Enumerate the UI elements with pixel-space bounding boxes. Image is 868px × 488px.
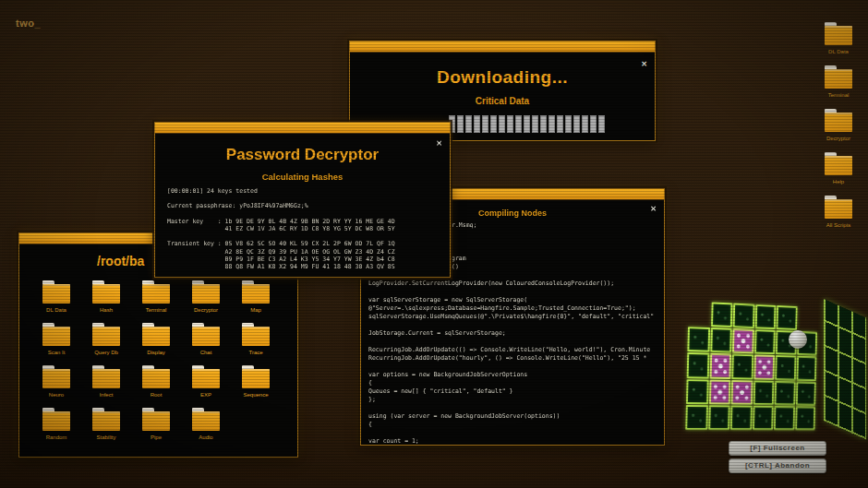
close-icon[interactable]: ✕ [436, 140, 442, 148]
desktop-icon[interactable]: Help [813, 156, 864, 184]
cube-cell [708, 405, 730, 430]
cube-cell-infected [731, 380, 753, 405]
downloading-subtitle: Critical Data [350, 96, 655, 106]
cube-cell [731, 354, 753, 379]
window-password-decryptor: Password Decryptor Calculating Hashes ✕ … [154, 122, 451, 278]
cube-cell [686, 379, 708, 404]
cube-cell [795, 406, 815, 430]
close-icon[interactable]: ✕ [650, 206, 657, 213]
folder-label: Decryptor [813, 136, 864, 141]
folder-label: Trace [230, 350, 282, 355]
abandon-button[interactable]: [CTRL] Abandon [729, 458, 826, 473]
folder-label: All Scripts [813, 222, 864, 228]
cube-cell [710, 327, 732, 353]
folder-label: EXP [180, 392, 232, 398]
cube-cell-infected [709, 353, 731, 378]
folder-icon [92, 327, 120, 346]
progress-segment [515, 115, 522, 133]
folder-label: DL Data [30, 307, 82, 313]
progress-segment [465, 115, 472, 133]
progress-segment [532, 115, 538, 133]
folder-icon [192, 284, 220, 304]
folder-label: Scan It [30, 350, 82, 355]
folder-icon [142, 411, 170, 431]
folder-label: Pipe [130, 434, 182, 440]
folder-icon [42, 327, 70, 346]
folder-icon [825, 69, 852, 89]
download-progress-bar [449, 115, 605, 133]
folder-item[interactable]: DL Data [42, 284, 70, 315]
progress-segment [549, 115, 555, 133]
progress-segment [457, 115, 464, 133]
desktop-icon[interactable]: DL Data [813, 26, 864, 54]
desktop-icon[interactable]: Decryptor [813, 113, 864, 141]
folder-icon [142, 284, 170, 304]
folder-item[interactable]: Trace [242, 327, 270, 357]
folder-item[interactable]: Audio [192, 411, 220, 442]
folder-icon [242, 284, 270, 304]
progress-segment [573, 115, 580, 133]
progress-segment [582, 115, 588, 133]
folder-label: Query Db [80, 350, 132, 355]
cube-cell [796, 356, 816, 381]
folder-item[interactable]: Display [142, 327, 170, 357]
folder-icon [42, 284, 70, 304]
cube-cell [775, 355, 796, 380]
folder-label: Hash [80, 307, 132, 313]
folder-item[interactable]: Chat [192, 327, 220, 357]
folder-item[interactable]: Infect [92, 369, 120, 399]
folder-item[interactable]: Decryptor [192, 284, 220, 315]
folder-icon [92, 284, 120, 304]
folder-item[interactable]: Sequence [242, 369, 270, 399]
decryptor-titlebar[interactable] [155, 123, 450, 134]
folder-icon [92, 411, 120, 431]
folder-label: Sequence [230, 392, 282, 398]
folder-item[interactable]: EXP [192, 369, 220, 399]
folder-label: Map [230, 307, 282, 313]
cube-cell [733, 304, 754, 329]
folder-label: Display [130, 350, 182, 355]
folder-item[interactable]: Stability [92, 411, 120, 442]
cube-cell-infected [732, 328, 753, 353]
folder-icon [242, 369, 270, 388]
folder-label: Root [130, 392, 182, 398]
progress-segment [590, 115, 597, 133]
folder-item[interactable]: Root [142, 369, 170, 399]
folder-item[interactable]: Neuro [42, 369, 70, 399]
folder-icon [192, 411, 220, 431]
cube-cell [753, 380, 774, 405]
folder-icon [142, 369, 170, 388]
progress-segment [557, 115, 563, 133]
folder-item[interactable]: Scan It [42, 327, 70, 357]
file-browser-title: /root/ba [97, 254, 144, 268]
folder-icon [825, 26, 852, 45]
downloading-titlebar[interactable] [350, 42, 655, 53]
folder-item[interactable]: Map [242, 284, 270, 315]
folder-icon [192, 369, 220, 388]
folder-label: DL Data [813, 49, 864, 54]
progress-segment [598, 115, 605, 133]
terminal-prompt: two_ [16, 18, 41, 29]
folder-label: Terminal [130, 307, 182, 313]
folder-icon [142, 327, 170, 346]
folder-item[interactable]: Hash [92, 284, 120, 315]
voxel-cube [685, 286, 868, 445]
cube-cell [795, 381, 815, 405]
folder-icon [825, 113, 852, 132]
folder-label: Help [813, 179, 864, 184]
folder-item[interactable]: Terminal [142, 284, 170, 315]
folder-label: Stability [80, 434, 132, 440]
decryptor-output: [00:00:01] 24 keys tested Current passph… [167, 187, 395, 270]
hud-buttons: [F] Fullscreen [CTRL] Abandon [729, 441, 826, 476]
fullscreen-button[interactable]: [F] Fullscreen [729, 441, 826, 456]
progress-segment [490, 115, 497, 133]
folder-label: Infect [80, 392, 132, 398]
cube-sphere [789, 330, 807, 349]
folder-item[interactable]: Random [42, 411, 70, 442]
downloading-title: Downloading... [350, 67, 655, 88]
folder-item[interactable]: Pipe [142, 411, 170, 442]
desktop-icon[interactable]: All Scripts [813, 199, 864, 228]
folder-item[interactable]: Query Db [92, 327, 120, 357]
desktop-icon[interactable]: Terminal [813, 69, 864, 98]
close-icon[interactable]: ✕ [641, 61, 647, 68]
